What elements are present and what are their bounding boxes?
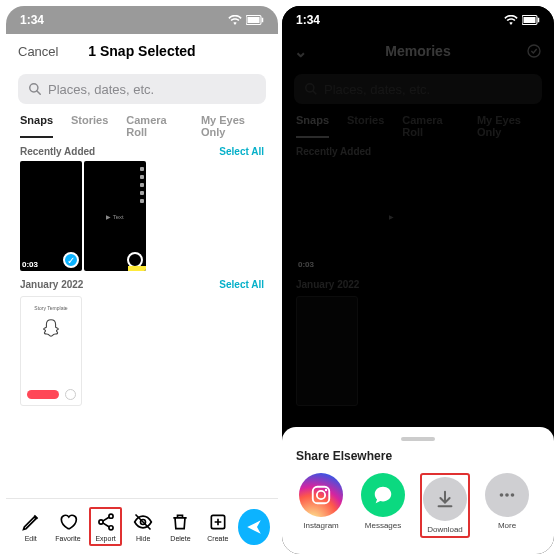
svg-point-20 xyxy=(500,493,504,497)
share-sheet: Share Elsewhere Instagram Messages Downl… xyxy=(282,427,554,554)
svg-rect-13 xyxy=(538,18,540,23)
chat-icon xyxy=(372,484,394,506)
tab-my-eyes-only[interactable]: My Eyes Only xyxy=(201,114,264,138)
export-button[interactable]: Export xyxy=(89,507,123,546)
cancel-button[interactable]: Cancel xyxy=(18,44,58,59)
template-label: Story Template xyxy=(34,305,67,311)
story-template-thumbnail[interactable]: Story Template xyxy=(20,296,82,406)
svg-point-21 xyxy=(505,493,509,497)
send-icon xyxy=(245,518,263,536)
section-header-recent: Recently Added Select All xyxy=(6,144,278,159)
thumb-side-icons xyxy=(140,167,144,203)
section-label: January 2022 xyxy=(20,279,83,290)
status-time: 1:34 xyxy=(296,13,320,27)
template-accent xyxy=(27,390,59,399)
svg-point-22 xyxy=(511,493,515,497)
svg-line-4 xyxy=(37,91,41,95)
instagram-icon xyxy=(310,484,332,506)
download-icon xyxy=(434,488,456,510)
svg-point-15 xyxy=(306,84,314,92)
thumb-caption: ▶ Text xyxy=(106,213,124,220)
sheet-handle[interactable] xyxy=(401,437,435,441)
check-circle-icon xyxy=(526,43,542,59)
recent-thumbnails: 0:03 ✓ ▶ Text xyxy=(6,159,278,277)
status-icons xyxy=(228,15,264,25)
share-more[interactable]: More xyxy=(482,473,532,538)
battery-icon xyxy=(246,15,264,25)
selected-check-icon: ✓ xyxy=(63,252,79,268)
status-icons xyxy=(504,15,540,25)
snap-thumbnail[interactable]: 0:03 ✓ xyxy=(20,161,82,271)
section-header-january: January 2022 Select All xyxy=(6,277,278,292)
tab-snaps[interactable]: Snaps xyxy=(20,114,53,138)
selection-header: Cancel 1 Snap Selected xyxy=(6,34,278,68)
share-download[interactable]: Download xyxy=(420,473,470,538)
eye-off-icon xyxy=(133,512,153,532)
select-all-button[interactable]: Select All xyxy=(219,279,264,290)
memories-tabs: Snaps Stories Camera Roll My Eyes Only xyxy=(6,110,278,144)
create-button[interactable]: Create xyxy=(201,511,234,542)
share-title: Share Elsewhere xyxy=(296,449,540,463)
tab-camera-roll[interactable]: Camera Roll xyxy=(126,114,183,138)
pencil-icon xyxy=(21,512,41,532)
page-title: Memories xyxy=(385,43,450,59)
search-icon xyxy=(28,82,42,96)
more-icon xyxy=(496,484,518,506)
svg-line-16 xyxy=(313,91,317,95)
search-placeholder: Places, dates, etc. xyxy=(48,82,154,97)
battery-icon xyxy=(522,15,540,25)
status-bar: 1:34 xyxy=(282,6,554,34)
status-time: 1:34 xyxy=(20,13,44,27)
share-instagram[interactable]: Instagram xyxy=(296,473,346,538)
thumb-highlight xyxy=(128,266,146,271)
svg-rect-1 xyxy=(248,17,260,23)
svg-point-18 xyxy=(317,491,325,499)
hide-button[interactable]: Hide xyxy=(126,511,159,542)
search-icon xyxy=(304,82,318,96)
search-input[interactable]: Places, dates, etc. xyxy=(18,74,266,104)
status-bar: 1:34 xyxy=(6,6,278,34)
wifi-icon xyxy=(504,15,518,25)
svg-rect-2 xyxy=(262,18,264,23)
select-all-button[interactable]: Select All xyxy=(219,146,264,157)
ghost-icon xyxy=(40,317,62,339)
heart-icon xyxy=(58,512,78,532)
duration-label: 0:03 xyxy=(22,260,38,269)
svg-point-19 xyxy=(325,489,327,491)
snap-thumbnail[interactable]: ▶ Text xyxy=(84,161,146,271)
chevron-down-icon: ⌄ xyxy=(294,42,307,61)
edit-button[interactable]: Edit xyxy=(14,511,47,542)
trash-icon xyxy=(170,512,190,532)
bottom-toolbar: Edit Favorite Export Hide Delete Create xyxy=(6,498,278,554)
share-messages[interactable]: Messages xyxy=(358,473,408,538)
phone-left: 1:34 Cancel 1 Snap Selected Places, date… xyxy=(6,6,278,554)
delete-button[interactable]: Delete xyxy=(164,511,197,542)
send-button[interactable] xyxy=(238,509,270,545)
svg-point-14 xyxy=(528,45,540,57)
phone-right: 1:34 ⌄ Memories Places, dates, etc. Snap… xyxy=(282,6,554,554)
favorite-button[interactable]: Favorite xyxy=(51,511,84,542)
share-icon xyxy=(96,512,116,532)
create-icon xyxy=(208,512,228,532)
wifi-icon xyxy=(228,15,242,25)
section-label: Recently Added xyxy=(20,146,95,157)
tab-stories[interactable]: Stories xyxy=(71,114,108,138)
svg-rect-12 xyxy=(524,17,536,23)
page-title: 1 Snap Selected xyxy=(88,43,195,59)
select-ring-icon xyxy=(65,389,76,400)
